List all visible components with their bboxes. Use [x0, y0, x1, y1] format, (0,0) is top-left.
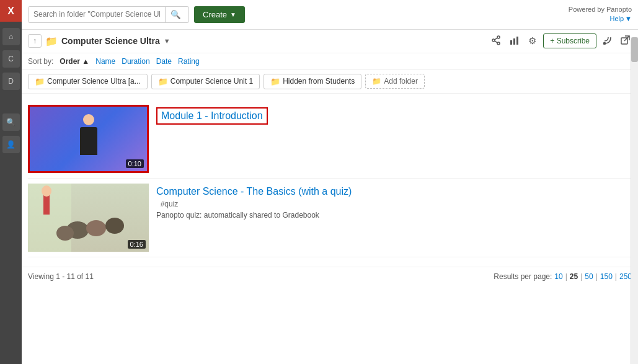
- thumbnail-1[interactable]: 0:10: [28, 105, 149, 173]
- duration-badge-2: 0:16: [128, 240, 146, 249]
- stats-icon[interactable]: [508, 33, 521, 49]
- rpp-25[interactable]: 25: [570, 272, 578, 281]
- svg-line-4: [495, 41, 497, 43]
- duration-badge-1: 0:10: [126, 159, 144, 168]
- rpp-150[interactable]: 150: [600, 272, 613, 281]
- powered-by: Powered by Panopto Help ▼: [569, 5, 632, 24]
- sidebar-icon-2[interactable]: C: [2, 50, 20, 68]
- svg-point-17: [42, 185, 51, 197]
- folder-up-button[interactable]: ↑: [28, 34, 42, 48]
- rpp-250[interactable]: 250: [619, 272, 632, 281]
- folder-icon: 📁: [45, 35, 58, 47]
- folder-dropdown-arrow[interactable]: ▼: [164, 37, 171, 45]
- rpp-10[interactable]: 10: [554, 272, 562, 281]
- video-info-1: Module 1 - Introduction: [156, 105, 632, 127]
- svg-point-8: [604, 42, 606, 44]
- folder-tab-icon-1: 📁: [35, 77, 45, 86]
- viewing-text: Viewing 1 - 11 of 11: [28, 272, 94, 281]
- sort-bar: Sort by: Order ▲ Name Duration Date Rati…: [22, 53, 638, 70]
- external-link-icon[interactable]: [619, 33, 632, 48]
- video-info-2: Computer Science - The Basics (with a qu…: [156, 184, 632, 220]
- folder-tab-hidden[interactable]: 📁 Hidden from Students: [264, 74, 361, 89]
- create-button[interactable]: Create ▼: [194, 6, 245, 23]
- rpp-label: Results per page:: [494, 272, 552, 281]
- sidebar: X ⌂ C D 🔍 👤: [0, 0, 22, 364]
- sidebar-icon-5[interactable]: 👤: [2, 136, 20, 153]
- search-box: 🔍: [28, 6, 189, 23]
- add-folder-icon: 📁: [372, 77, 381, 86]
- svg-point-1: [497, 42, 500, 45]
- video-item-1: 0:10 Module 1 - Introduction: [28, 100, 632, 179]
- sidebar-icon-1[interactable]: ⌂: [2, 28, 20, 45]
- create-dropdown-arrow: ▼: [230, 11, 236, 18]
- video-title-1[interactable]: Module 1 - Introduction: [156, 107, 268, 125]
- sort-order[interactable]: Order ▲: [60, 57, 89, 66]
- folder-tab-icon-3: 📁: [270, 77, 280, 86]
- content-area: 0:10 Module 1 - Introduction: [22, 94, 638, 264]
- folder-tab-label-2: Computer Science Unit 1: [171, 77, 253, 86]
- video-title-2[interactable]: Computer Science - The Basics (with a qu…: [156, 186, 632, 197]
- scrollbar-thumb[interactable]: [631, 37, 638, 62]
- topbar: 🔍 Create ▼ Powered by Panopto Help ▼: [22, 0, 638, 30]
- folder-tab-ultra[interactable]: 📁 Computer Science Ultra [a...: [28, 74, 148, 89]
- folder-tabs: 📁 Computer Science Ultra [a... 📁 Compute…: [22, 70, 638, 94]
- thumbnail-2[interactable]: 0:16: [28, 184, 149, 252]
- add-folder-label: Add folder: [384, 77, 418, 86]
- scrollbar-track[interactable]: [631, 37, 638, 364]
- settings-icon[interactable]: ⚙: [526, 33, 538, 48]
- svg-line-10: [624, 36, 629, 41]
- folder-nav: ↑ 📁 Computer Science Ultra ▼ ⚙: [22, 30, 638, 53]
- folder-title: Computer Science Ultra: [61, 36, 160, 46]
- sort-duration[interactable]: Duration: [122, 57, 149, 66]
- svg-point-13: [86, 220, 106, 236]
- svg-point-14: [105, 218, 124, 234]
- folder-tab-unit1[interactable]: 📁 Computer Science Unit 1: [151, 74, 260, 89]
- sidebar-icon-4[interactable]: 🔍: [2, 113, 20, 131]
- folder-tab-icon-2: 📁: [158, 77, 168, 86]
- results-per-page: Results per page: 10 | 25 | 50 | 150 | 2…: [494, 272, 632, 281]
- svg-line-3: [495, 38, 497, 40]
- svg-point-2: [492, 39, 495, 42]
- sort-name[interactable]: Name: [95, 57, 115, 66]
- svg-point-15: [56, 226, 74, 241]
- svg-rect-7: [516, 37, 518, 45]
- share-icon[interactable]: [489, 33, 503, 49]
- svg-rect-5: [510, 40, 512, 45]
- sidebar-icon-3[interactable]: D: [2, 73, 20, 90]
- sort-by-label: Sort by:: [28, 57, 53, 66]
- subscribe-button[interactable]: + Subscribe: [543, 33, 596, 48]
- folder-tab-label-1: Computer Science Ultra [a...: [47, 77, 141, 86]
- folder-tab-label-3: Hidden from Students: [283, 77, 355, 86]
- video-tag-2: #quiz: [156, 200, 632, 208]
- footer: Viewing 1 - 11 of 11 Results per page: 1…: [22, 267, 638, 286]
- sidebar-close-button[interactable]: X: [0, 0, 22, 22]
- sort-date[interactable]: Date: [156, 57, 172, 66]
- rpp-50[interactable]: 50: [585, 272, 593, 281]
- help-link[interactable]: Help ▼: [569, 14, 632, 24]
- video-desc-2: Panopto quiz: automatically shared to Gr…: [156, 211, 632, 220]
- add-folder-button[interactable]: 📁 Add folder: [365, 74, 425, 89]
- rss-icon[interactable]: [601, 34, 614, 48]
- svg-rect-6: [513, 38, 515, 45]
- svg-point-0: [497, 36, 500, 38]
- video-item-2: 0:16 Computer Science - The Basics (with…: [28, 179, 632, 257]
- search-button[interactable]: 🔍: [165, 7, 186, 22]
- sort-rating[interactable]: Rating: [178, 57, 200, 66]
- search-input[interactable]: [29, 7, 165, 22]
